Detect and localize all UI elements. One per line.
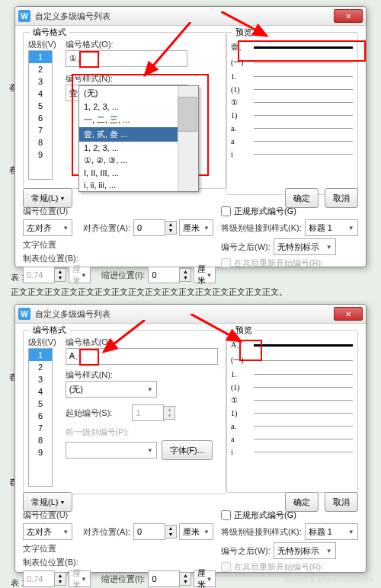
scrollbar-thumb[interactable]	[178, 97, 197, 132]
dropdown-scrollbar[interactable]	[178, 86, 198, 191]
level-list[interactable]: 1 2 3 4 5 6 7 8 9	[28, 348, 53, 487]
spin-up[interactable]: ▲	[165, 526, 176, 532]
prevlevel-combo: ▼	[66, 442, 157, 459]
chevron-down-icon: ▼	[147, 447, 153, 454]
link-combo[interactable]: 标题 1▼	[305, 523, 358, 540]
style-dropdown[interactable]: (无) 1, 2, 3, ... 一, 二, 三, ... 壹, 贰, 叁 ..…	[78, 85, 199, 192]
chevron-down-icon: ▼	[206, 576, 212, 583]
unit-combo[interactable]: 厘米▼	[179, 219, 213, 236]
level-item[interactable]: 4	[29, 88, 52, 100]
chevron-down-icon: ▼	[206, 272, 212, 279]
close-button[interactable]: ✕	[334, 9, 363, 23]
legal-checkbox[interactable]	[221, 510, 231, 520]
align-pos-spin[interactable]: ▲▼	[133, 219, 177, 236]
level-item[interactable]: 9	[29, 149, 52, 161]
unit-combo: 厘米▼	[69, 267, 91, 283]
spin-up[interactable]: ▲	[55, 269, 66, 275]
level-item[interactable]: 1	[29, 51, 52, 63]
level-label: 级别(V)	[28, 337, 56, 348]
level-item[interactable]: 3	[29, 373, 52, 385]
legal-checkbox[interactable]	[221, 206, 231, 216]
level-list[interactable]: 1 2 3 4 5 6 7 8 9	[28, 50, 53, 180]
indent-spin[interactable]: ▲▼	[148, 570, 191, 587]
level-item[interactable]: 9	[29, 446, 52, 459]
pv-bar	[254, 387, 353, 388]
legal-check[interactable]: 正规形式编号(G)	[221, 510, 358, 521]
spin-down[interactable]: ▼	[180, 579, 190, 585]
level-item[interactable]: 5	[29, 398, 52, 410]
pos-label: 编号位置(U)	[23, 510, 210, 521]
chevron-down-icon: ▼	[62, 225, 69, 232]
pv-bar	[254, 344, 353, 347]
num-style-combo[interactable]: (无)▼	[66, 381, 157, 398]
after-combo[interactable]: 无特别标示▼	[274, 238, 336, 255]
unit-combo[interactable]: 厘米▼	[194, 267, 216, 283]
spin-up[interactable]: ▲	[165, 222, 176, 228]
restart-checkbox	[221, 258, 231, 268]
level-item[interactable]: 8	[29, 136, 52, 149]
indent-input[interactable]	[148, 570, 180, 587]
link-label: 将级别链接到样式(K):	[221, 222, 302, 234]
chevron-down-icon: ▼	[348, 529, 354, 535]
spin-down[interactable]: ▼	[180, 275, 190, 281]
num-format-label: 编号格式(O):	[66, 39, 219, 50]
spin-down[interactable]: ▼	[165, 532, 176, 538]
align-pos-spin[interactable]: ▲▼	[133, 523, 177, 540]
level-item[interactable]: 6	[29, 410, 52, 422]
pv-label: a	[231, 137, 254, 145]
combo-value: 厘米	[197, 567, 206, 588]
align-pos-input[interactable]	[133, 523, 165, 540]
font-button[interactable]: 字体(F)...	[162, 440, 213, 460]
spin-down[interactable]: ▼	[55, 275, 66, 281]
chevron-down-icon: ▼	[62, 529, 69, 535]
app-icon: W	[18, 308, 30, 320]
pv-bar	[254, 115, 353, 116]
close-button[interactable]: ✕	[334, 307, 363, 321]
align-pos-input[interactable]	[133, 219, 165, 236]
combo-value: 标题 1	[309, 222, 332, 234]
unit-combo[interactable]: 厘米▼	[179, 523, 213, 540]
dialog-title: 自定义多级编号列表	[35, 11, 334, 22]
level-item[interactable]: 1	[29, 349, 52, 361]
level-item[interactable]: 5	[29, 100, 52, 112]
tabpos-spin[interactable]: ▲▼	[23, 267, 66, 283]
spin-up[interactable]: ▲	[180, 573, 190, 579]
start-label: 起始编号(S):	[66, 407, 113, 419]
level-item[interactable]: 2	[29, 63, 52, 75]
legal-check[interactable]: 正规形式编号(G)	[221, 206, 358, 217]
align-combo[interactable]: 左对齐▼	[23, 523, 72, 540]
after-combo[interactable]: 无特别标示▼	[274, 542, 336, 559]
spin-up[interactable]: ▲	[180, 269, 190, 275]
indent-spin[interactable]: ▲▼	[148, 267, 191, 283]
level-item[interactable]: 6	[29, 112, 52, 124]
unit-combo[interactable]: 厘米▼	[194, 570, 216, 587]
indent-input[interactable]	[148, 267, 180, 283]
pv-bar	[254, 426, 353, 427]
preview-panel: 预览 A、 (一) 1. (1) ① 1) a. a i	[226, 330, 358, 493]
level-item[interactable]: 7	[29, 422, 52, 434]
combo-value: 厘米	[183, 222, 200, 234]
num-format-input[interactable]: A、	[66, 348, 218, 365]
chevron-down-icon: ▼	[81, 272, 87, 279]
level-item[interactable]: 2	[29, 361, 52, 373]
pv-bar	[254, 400, 353, 401]
tabpos-spin[interactable]: ▲▼	[23, 570, 66, 587]
checkbox-label: 在其后重新开始编号(R):	[234, 257, 323, 269]
spin-down[interactable]: ▼	[55, 579, 66, 585]
checkbox-label: 正规形式编号(G)	[234, 510, 296, 521]
align-combo[interactable]: 左对齐▼	[23, 219, 72, 236]
pv-label: a	[231, 435, 254, 443]
num-format-input[interactable]: ①、	[66, 50, 187, 67]
pv-bar	[254, 154, 353, 155]
spin-down[interactable]: ▼	[165, 228, 176, 234]
level-item[interactable]: 3	[29, 75, 52, 88]
link-label: 将级别链接到样式(K):	[221, 526, 302, 538]
link-combo[interactable]: 标题 1▼	[305, 219, 358, 236]
level-item[interactable]: 4	[29, 385, 52, 398]
level-item[interactable]: 7	[29, 124, 52, 136]
unit-combo: 厘米▼	[69, 570, 91, 587]
combo-value: 左对齐	[27, 222, 52, 234]
pv-label: ①	[231, 98, 254, 107]
level-item[interactable]: 8	[29, 434, 52, 446]
spin-up[interactable]: ▲	[55, 573, 66, 579]
